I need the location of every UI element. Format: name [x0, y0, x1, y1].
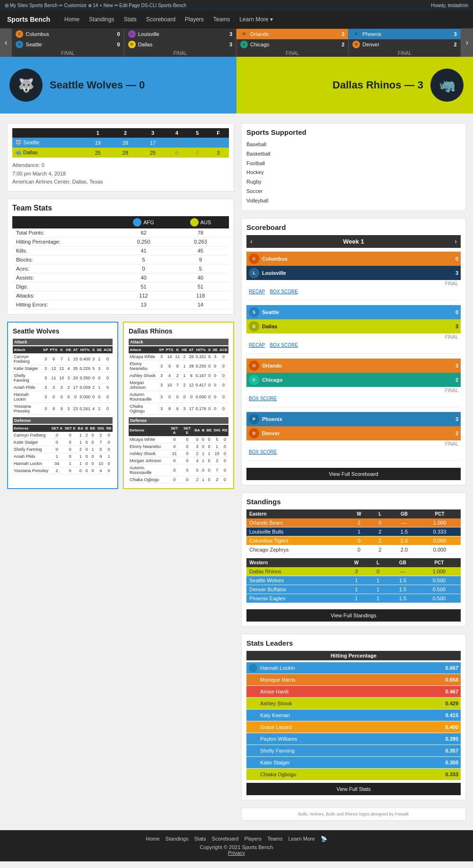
orlando-name: Orlando	[250, 31, 337, 37]
admin-bar-user: Howdy, testadmin	[431, 3, 468, 8]
th-s: S	[91, 346, 96, 353]
phoenix-game-name: Phoenix	[262, 416, 449, 422]
ticker-row: S Seattle 0	[12, 39, 123, 50]
nav-standings[interactable]: Standings	[84, 11, 119, 27]
nav-scoreboard[interactable]: Scoreboard	[141, 11, 180, 27]
player-row: Autumn Rounsaville300000.000000	[129, 391, 228, 403]
ticker-row: C Columbus 0	[12, 29, 123, 39]
game-columbus-louisville: C Columbus 0 L Louisville 3 FINAL RECAP …	[246, 252, 461, 300]
nav-learn-more[interactable]: Learn More ▾	[235, 11, 278, 27]
score-box: 1 2 3 4 5 F 🐺 Seattle 19 28 17 0	[7, 123, 234, 192]
dallas-score: 3	[225, 42, 232, 47]
ticker-prev[interactable]: ‹	[0, 28, 12, 57]
game-phoenix-denver: P Phoenix 3 D Denver 2 FINAL BOX SCORE	[246, 412, 461, 461]
leader-row: Katie Staiger 0.350	[246, 757, 461, 769]
footer-note-text: Bulls, Wolves, Bulls and Rhinos logos de…	[298, 812, 409, 816]
th-player: Attack	[129, 346, 158, 353]
th-l: L	[368, 558, 388, 567]
th-at: AT	[72, 346, 79, 353]
right-col: Sports Supported BaseballBasketballFootb…	[241, 123, 466, 821]
phoenix-name: Phoenix	[362, 31, 449, 37]
dallas-game-logo: D	[249, 321, 259, 332]
footer-standings[interactable]: Standings	[166, 836, 189, 842]
th-sete: SET E	[63, 425, 77, 432]
seattle-name: Seattle	[26, 42, 113, 47]
leader-value: 0.667	[445, 665, 458, 671]
score-row-seattle: 🐺 Seattle 19 28 17 0 0 0	[12, 138, 229, 148]
seattle-player-card: Seattle Wolves Attack Attack SP PTS K HE…	[7, 322, 118, 489]
th-k: K	[174, 346, 181, 353]
th-gb: GB	[388, 558, 418, 567]
footer-teams[interactable]: Teams	[267, 836, 282, 842]
louisville-game-name: Louisville	[262, 270, 449, 276]
stat-row: Assists:4040	[12, 273, 229, 282]
recap-btn[interactable]: RECAP	[249, 289, 265, 294]
nav-players[interactable]: Players	[180, 11, 209, 27]
columbus-name: Columbus	[26, 31, 113, 37]
dallas-label: 🦏 Dallas	[12, 148, 84, 158]
game-actions: BOX SCORE	[246, 394, 461, 403]
leader-value: 0.350	[445, 760, 458, 765]
sports-list: BaseballBasketballFootballHockeyRugbySoc…	[246, 140, 461, 206]
footer-privacy[interactable]: Privacy	[228, 850, 245, 856]
hero-team-name-right: Dallas Rhinos — 3	[333, 79, 423, 91]
leader-value: 0.395	[445, 736, 458, 742]
nav-home[interactable]: Home	[60, 11, 84, 27]
ticker-games: C Columbus 0 S Seattle 0 FINAL L Louisvi…	[12, 29, 461, 57]
ticker-game-4: P Phoenix 3 D Denver 2 FINAL	[349, 29, 461, 57]
standings-row: Phoenix Eagles111.50.500	[246, 594, 461, 603]
dallas-hero-logo: 🦏	[430, 69, 464, 102]
th-s: S	[207, 346, 211, 353]
ticker-row: O Orlando 3	[236, 29, 348, 39]
ticker-status: FINAL	[236, 50, 348, 57]
th-he: HE	[181, 346, 188, 353]
footer-scoreboard[interactable]: Scoreboard	[212, 836, 239, 842]
df: 3	[208, 148, 229, 158]
recap-btn[interactable]: RECAP	[249, 342, 265, 348]
score-th-3: 3	[139, 128, 166, 138]
stats-category: Hitting Percentage	[246, 651, 461, 660]
d4: 0	[166, 148, 187, 158]
stat-row: Kills:4145	[12, 246, 229, 255]
seattle-defense-table: Defense SET A SET E BA B BE DIG RE Camry…	[13, 425, 113, 474]
phoenix-game-score: 3	[449, 416, 458, 422]
th-seta: SET A	[50, 425, 63, 432]
week-next[interactable]: ›	[455, 237, 457, 245]
nav-teams[interactable]: Teams	[209, 11, 235, 27]
def-row: Autumn Rounsaville0000070	[129, 464, 228, 476]
week-prev[interactable]: ‹	[250, 237, 253, 245]
footer-stats[interactable]: Stats	[194, 836, 206, 842]
standings-row: Chicago Zephrys022.00.000	[246, 545, 461, 554]
s2: 28	[112, 138, 139, 148]
box-score-btn[interactable]: BOX SCORE	[270, 342, 298, 348]
view-full-scoreboard-btn[interactable]: View Full Scoreboard	[246, 468, 461, 480]
columbus-game-logo: C	[249, 254, 259, 264]
box-score-btn[interactable]: BOX SCORE	[270, 289, 298, 294]
view-full-standings-btn[interactable]: View Full Standings	[246, 609, 461, 622]
seattle-defense-header: Defense	[13, 417, 113, 424]
th-l: L	[370, 509, 390, 518]
chicago-logo: C	[240, 41, 248, 48]
def-row: Yossiana Pressley2000040	[13, 467, 113, 474]
footer-players[interactable]: Players	[244, 836, 262, 842]
admin-bar-links: ⊞ My Sites Sports Bench ✏ Customize ⊕ 14…	[5, 3, 186, 8]
player-row: Chiaka Ogbogu3863170.176000	[129, 403, 228, 414]
score-table: 1 2 3 4 5 F 🐺 Seattle 19 28 17 0	[12, 128, 229, 158]
seattle-game-score: 0	[449, 309, 458, 315]
player-stats-cards: Seattle Wolves Attack Attack SP PTS K HE…	[7, 322, 234, 489]
nav-stats[interactable]: Stats	[119, 11, 141, 27]
s4: 0	[166, 138, 187, 148]
venue: American Airlines Center, Dallas, Texas	[12, 178, 229, 186]
ticker-next[interactable]: ›	[461, 28, 473, 57]
dallas-game-name: Dallas	[262, 324, 449, 329]
box-score-btn[interactable]: BOX SCORE	[249, 449, 277, 455]
game-actions: BOX SCORE	[246, 447, 461, 456]
view-full-stats-btn[interactable]: View Full Stats	[246, 783, 461, 795]
dallas-defense-table: Defense SET A SET E BA B BE DIG RE Micay…	[129, 425, 228, 483]
footer-home[interactable]: Home	[146, 836, 159, 842]
box-score-btn[interactable]: BOX SCORE	[249, 396, 277, 401]
footer-learn-more[interactable]: Learn More	[289, 836, 315, 842]
game-orlando-chicago: O Orlando 3 C Chicago 2 FINAL BOX SCORE	[246, 359, 461, 407]
leader-name: Ashley Shook	[260, 701, 445, 706]
th-seta: SET A	[168, 425, 181, 436]
